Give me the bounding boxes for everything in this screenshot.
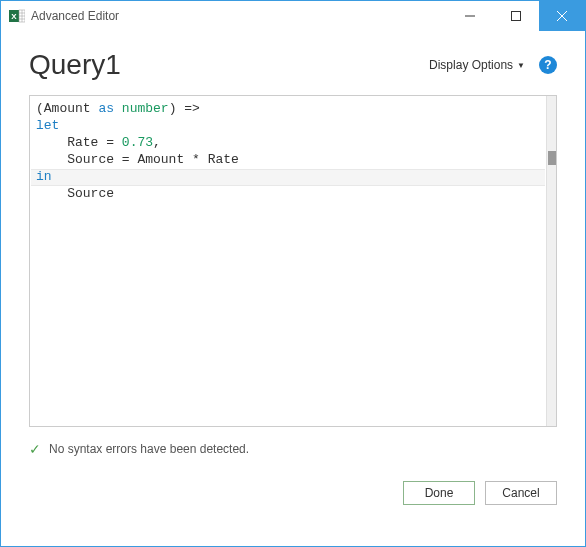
svg-text:X: X	[11, 12, 17, 21]
scrollbar-thumb[interactable]	[548, 151, 556, 165]
cancel-button-label: Cancel	[502, 486, 539, 500]
display-options-dropdown[interactable]: Display Options ▼	[429, 58, 525, 72]
display-options-label: Display Options	[429, 58, 513, 72]
done-button[interactable]: Done	[403, 481, 475, 505]
window-title: Advanced Editor	[31, 9, 119, 23]
status-row: ✓ No syntax errors have been detected.	[29, 441, 557, 457]
done-button-label: Done	[425, 486, 454, 500]
minimize-button[interactable]	[447, 1, 493, 31]
close-button[interactable]	[539, 1, 585, 31]
code-content[interactable]: (Amount as number) =>let Rate = 0.73, So…	[30, 96, 546, 426]
cancel-button[interactable]: Cancel	[485, 481, 557, 505]
check-icon: ✓	[29, 441, 41, 457]
maximize-button[interactable]	[493, 1, 539, 31]
excel-icon: X	[9, 8, 25, 24]
titlebar: X Advanced Editor	[1, 1, 585, 31]
status-message: No syntax errors have been detected.	[49, 442, 249, 456]
code-editor[interactable]: (Amount as number) =>let Rate = 0.73, So…	[29, 95, 557, 427]
svg-rect-8	[512, 12, 521, 21]
window-controls	[447, 1, 585, 31]
query-name: Query1	[29, 49, 429, 81]
help-icon[interactable]: ?	[539, 56, 557, 74]
chevron-down-icon: ▼	[517, 61, 525, 70]
scrollbar-track[interactable]	[546, 96, 556, 426]
